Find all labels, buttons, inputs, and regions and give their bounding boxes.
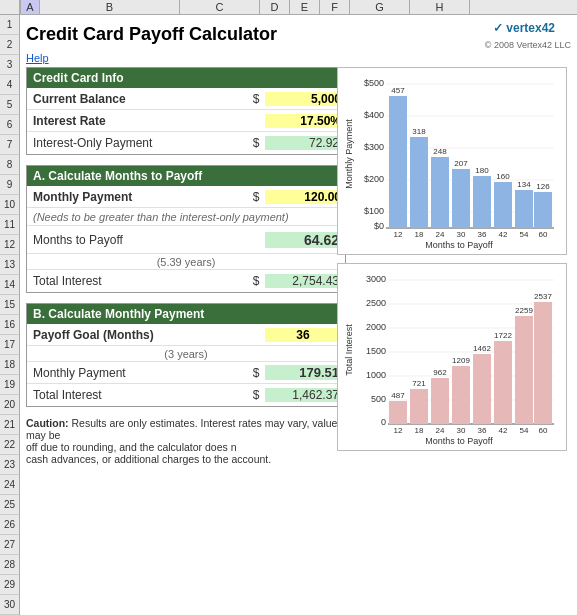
chart2-bar-6 (494, 341, 512, 424)
row-num-30: 30 (0, 595, 19, 615)
column-headers: A B C D E F G H (0, 0, 577, 15)
chart1-y-label-area: Monthly Payment (342, 74, 356, 234)
title-row: Credit Card Payoff Calculator ✓ vertex42… (26, 19, 571, 50)
chart1-bar-6 (494, 182, 512, 228)
svg-text:24: 24 (436, 230, 445, 239)
col-header-g: G (350, 0, 410, 14)
col-header-e: E (290, 0, 320, 14)
svg-text:30: 30 (457, 426, 466, 435)
payoff-goal-input[interactable] (265, 328, 345, 342)
svg-text:36: 36 (478, 230, 487, 239)
chart1-x-label: Months to Payoff (356, 240, 562, 250)
chart2-bar-3 (431, 378, 449, 424)
note-text-a: (Needs to be greater than the interest-o… (27, 209, 295, 225)
row-num-1: 1 (0, 15, 19, 35)
chart1-bar-5 (473, 176, 491, 228)
svg-text:$300: $300 (364, 142, 384, 152)
chart1-bar-1 (389, 96, 407, 228)
svg-text:24: 24 (436, 426, 445, 435)
col-header-d: D (260, 0, 290, 14)
interest-only-dollar: $ (247, 136, 265, 150)
svg-text:60: 60 (539, 230, 548, 239)
row-num-8: 8 (0, 155, 19, 175)
months-payoff-value: 64.62 (265, 232, 345, 248)
svg-text:721: 721 (412, 379, 426, 388)
svg-text:0: 0 (381, 417, 386, 427)
row-num-25: 25 (0, 495, 19, 515)
row-num-17: 17 (0, 335, 19, 355)
help-link[interactable]: Help (26, 52, 571, 64)
svg-text:42: 42 (499, 230, 508, 239)
row-num-23: 23 (0, 455, 19, 475)
row-num-5: 5 (0, 95, 19, 115)
current-balance-input[interactable] (265, 92, 345, 106)
monthly-payment-a-row: Monthly Payment $ (27, 186, 345, 208)
row-num-22: 22 (0, 435, 19, 455)
row-num-11: 11 (0, 215, 19, 235)
svg-text:1209: 1209 (452, 356, 470, 365)
svg-text:30: 30 (457, 230, 466, 239)
left-panel: Credit Card Info Current Balance $ Inter… (26, 67, 346, 465)
years-note-b: (3 years) (27, 347, 345, 361)
col-header-c: C (180, 0, 260, 14)
chart2-bar-8 (534, 302, 552, 424)
copyright-text: © 2008 Vertex42 LLC (485, 40, 571, 50)
current-balance-row: Current Balance $ (27, 88, 345, 110)
svg-text:126: 126 (536, 182, 550, 191)
chart1-inner: Monthly Payment $500 $400 $300 $200 $100 (342, 74, 562, 250)
note-row-a: (Needs to be greater than the interest-o… (27, 208, 345, 226)
svg-text:318: 318 (412, 127, 426, 136)
interest-rate-label: Interest Rate (27, 112, 247, 130)
years-note-b-row: (3 years) (27, 346, 345, 362)
section-b-body: Payoff Goal (Months) (3 years) Monthly P… (27, 324, 345, 406)
svg-text:1722: 1722 (494, 331, 512, 340)
svg-text:$200: $200 (364, 174, 384, 184)
total-interest-a-label: Total Interest (27, 272, 247, 290)
credit-card-info-header: Credit Card Info (27, 68, 345, 88)
row-num-14: 14 (0, 275, 19, 295)
payoff-goal-row: Payoff Goal (Months) (27, 324, 345, 346)
row-numbers: 1 2 3 4 5 6 7 8 9 10 11 12 13 14 15 16 1… (0, 15, 20, 615)
row-num-28: 28 (0, 555, 19, 575)
chart2-svg-wrapper: 3000 2500 2000 1500 1000 500 0 (356, 270, 562, 446)
interest-rate-row: Interest Rate (27, 110, 345, 132)
chart2-container: Total Interest 3000 2500 2000 1500 1000 (337, 263, 567, 451)
row-num-27: 27 (0, 535, 19, 555)
interest-rate-input[interactable] (265, 114, 345, 128)
caution-section: Caution: Results are only estimates. Int… (26, 417, 356, 465)
col-header-a: A (20, 0, 40, 14)
row-num-10: 10 (0, 195, 19, 215)
total-interest-a-value: 2,754.43 (265, 274, 345, 288)
caution-line2: off due to rounding, and the calculator … (26, 441, 356, 453)
section-b-box: B. Calculate Monthly Payment Payoff Goal… (26, 303, 346, 407)
chart2-bar-4 (452, 366, 470, 424)
chart1-bar-4 (452, 169, 470, 228)
interest-only-row: Interest-Only Payment $ 72.92 (27, 132, 345, 154)
svg-text:$0: $0 (374, 221, 384, 231)
col-header-b: B (40, 0, 180, 14)
row-num-13: 13 (0, 255, 19, 275)
svg-text:248: 248 (433, 147, 447, 156)
chart2-svg: 3000 2500 2000 1500 1000 500 0 (356, 270, 556, 435)
section-b-header: B. Calculate Monthly Payment (27, 304, 345, 324)
svg-text:12: 12 (394, 230, 403, 239)
row-num-7: 7 (0, 135, 19, 155)
svg-text:962: 962 (433, 368, 447, 377)
svg-text:$500: $500 (364, 78, 384, 88)
current-balance-label: Current Balance (27, 90, 247, 108)
col-header-h: H (410, 0, 470, 14)
app-title: Credit Card Payoff Calculator (26, 24, 277, 45)
chart1-bar-2 (410, 137, 428, 228)
total-interest-b-row: Total Interest $ 1,462.37 (27, 384, 345, 406)
current-balance-dollar: $ (247, 92, 265, 106)
total-interest-a-row: Total Interest $ 2,754.43 (27, 270, 345, 292)
monthly-payment-b-label: Monthly Payment (27, 364, 247, 382)
section-a-header: A. Calculate Months to Payoff (27, 166, 345, 186)
total-interest-a-dollar: $ (247, 274, 265, 288)
chart1-svg-wrapper: $500 $400 $300 $200 $100 $0 (356, 74, 562, 250)
monthly-payment-a-input[interactable] (265, 190, 345, 204)
chart2-bar-1 (389, 401, 407, 424)
rows-area: 1 2 3 4 5 6 7 8 9 10 11 12 13 14 15 16 1… (0, 15, 577, 615)
svg-text:180: 180 (475, 166, 489, 175)
years-note-a-row: (5.39 years) (27, 254, 345, 270)
